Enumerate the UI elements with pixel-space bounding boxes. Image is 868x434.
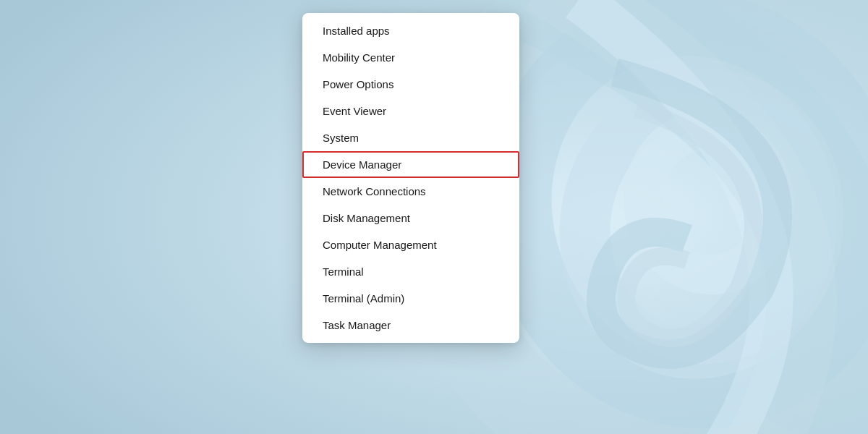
menu-item-device-manager[interactable]: Device Manager — [302, 151, 519, 178]
menu-item-task-manager[interactable]: Task Manager — [302, 312, 519, 339]
context-menu: Installed appsMobility CenterPower Optio… — [302, 13, 519, 343]
menu-item-power-options[interactable]: Power Options — [302, 71, 519, 98]
menu-item-terminal-admin[interactable]: Terminal (Admin) — [302, 285, 519, 312]
menu-item-mobility-center[interactable]: Mobility Center — [302, 44, 519, 71]
menu-item-network-connections[interactable]: Network Connections — [302, 178, 519, 205]
menu-item-terminal[interactable]: Terminal — [302, 258, 519, 285]
menu-item-system[interactable]: System — [302, 124, 519, 151]
menu-item-installed-apps[interactable]: Installed apps — [302, 17, 519, 44]
menu-item-computer-management[interactable]: Computer Management — [302, 231, 519, 258]
menu-item-disk-management[interactable]: Disk Management — [302, 205, 519, 231]
menu-item-event-viewer[interactable]: Event Viewer — [302, 98, 519, 124]
